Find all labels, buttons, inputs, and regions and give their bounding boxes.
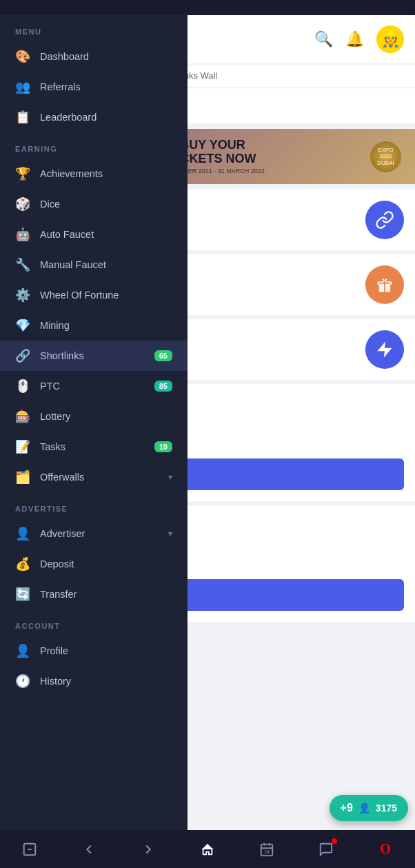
sidebar-item-label: Auto Faucet (40, 229, 172, 240)
floating-badge[interactable]: +9 👤 3175 (330, 795, 408, 821)
nav-opera[interactable]: O (370, 834, 401, 865)
floating-user-icon: 👤 (358, 803, 370, 814)
earning-section-label: EARNING (0, 132, 188, 159)
search-icon[interactable]: 🔍 (314, 30, 333, 48)
sidebar-item-label: Dashboard (40, 51, 172, 62)
sidebar-item-label: Achievements (40, 168, 172, 179)
sidebar-item-label: Shortlinks (40, 350, 145, 361)
avatar[interactable]: 👷 (376, 26, 404, 53)
sidebar-item-leaderboard[interactable]: 📋 Leaderboard (0, 102, 188, 132)
sidebar-item-ptc[interactable]: 🖱️ PTC 85 (0, 371, 188, 401)
sidebar-item-mining[interactable]: 💎 Mining (0, 310, 188, 341)
nav-chat[interactable] (311, 834, 341, 865)
sidebar-item-deposit[interactable]: 💰 Deposit (0, 549, 188, 579)
sidebar-item-dice[interactable]: 🎲 Dice (0, 189, 188, 219)
offerwalls-icon: 🗂️ (15, 470, 30, 485)
sidebar: MENU 🎨 Dashboard 👥 Referrals 📋 Leaderboa… (0, 15, 188, 830)
sidebar-item-label: Manual Faucet (40, 259, 172, 270)
shortlinks-badge: 65 (154, 350, 172, 361)
sidebar-item-label: Leaderboard (40, 112, 172, 123)
auto-faucet-icon: 🤖 (15, 227, 30, 242)
sidebar-item-label: Tasks (40, 441, 145, 452)
dice-icon: 🎲 (15, 196, 30, 212)
sidebar-item-profile[interactable]: 👤 Profile (0, 636, 188, 666)
sidebar-item-tasks[interactable]: 📝 Tasks 19 (0, 432, 188, 462)
header-icons: 🔍 🔔 👷 (314, 26, 404, 53)
top-bar (0, 0, 415, 15)
sidebar-item-dashboard[interactable]: 🎨 Dashboard (0, 41, 188, 72)
shortlink-gift-button[interactable] (365, 265, 404, 304)
sidebar-item-offerwalls[interactable]: 🗂️ Offerwalls ▾ (0, 462, 188, 492)
sidebar-item-transfer[interactable]: 🔄 Transfer (0, 579, 188, 609)
sidebar-item-label: Dice (40, 199, 172, 210)
floating-plus: +9 (341, 802, 353, 814)
wheel-icon: ⚙️ (15, 287, 30, 303)
shortlink-link-button[interactable] (365, 201, 404, 239)
mining-icon: 💎 (15, 318, 30, 333)
bell-icon[interactable]: 🔔 (345, 30, 364, 48)
sidebar-item-label: Wheel Of Fortune (40, 290, 172, 301)
menu-section-label: MENU (0, 15, 188, 41)
sidebar-item-label: Referrals (40, 81, 172, 92)
shortlink-bolt-button[interactable] (365, 330, 404, 369)
referrals-icon: 👥 (15, 79, 30, 94)
chevron-down-icon: ▾ (168, 472, 172, 482)
sidebar-item-label: Mining (40, 320, 172, 331)
sidebar-item-manual-faucet[interactable]: 🔧 Manual Faucet (0, 250, 188, 280)
ptc-badge: 85 (154, 381, 172, 392)
sidebar-item-label: Transfer (40, 589, 172, 600)
nav-back[interactable] (74, 834, 104, 865)
sidebar-item-referrals[interactable]: 👥 Referrals (0, 72, 188, 102)
ad-logo: EXPO2020DUBAI (370, 141, 401, 172)
nav-home[interactable] (192, 834, 223, 865)
sidebar-item-label: Lottery (40, 411, 172, 422)
svg-text:24: 24 (264, 849, 270, 854)
nav-forward[interactable] (133, 834, 163, 865)
sidebar-item-shortlinks[interactable]: 🔗 Shortlinks 65 (0, 341, 188, 371)
sidebar-item-label: Advertiser (40, 528, 159, 539)
chat-notification-dot (332, 838, 337, 844)
sidebar-item-label: Offerwalls (40, 472, 159, 483)
achievements-icon: 🏆 (15, 166, 30, 181)
profile-icon: 👤 (15, 643, 30, 658)
sidebar-item-achievements[interactable]: 🏆 Achievements (0, 159, 188, 189)
leaderboard-icon: 📋 (15, 110, 30, 125)
manual-faucet-icon: 🔧 (15, 257, 30, 272)
bottom-nav: 24 O (0, 830, 415, 868)
transfer-icon: 🔄 (15, 587, 30, 602)
dashboard-icon: 🎨 (15, 49, 30, 64)
sidebar-item-label: PTC (40, 381, 145, 392)
sidebar-item-auto-faucet[interactable]: 🤖 Auto Faucet (0, 219, 188, 250)
nav-calendar[interactable]: 24 (252, 834, 282, 865)
sidebar-item-advertiser[interactable]: 👤 Advertiser ▾ (0, 518, 188, 549)
ptc-icon: 🖱️ (15, 379, 30, 394)
tasks-icon: 📝 (15, 439, 30, 454)
deposit-icon: 💰 (15, 556, 30, 572)
sidebar-item-lottery[interactable]: 🎰 Lottery (0, 401, 188, 432)
sidebar-item-label: History (40, 676, 172, 687)
tasks-badge: 19 (154, 441, 172, 452)
history-icon: 🕐 (15, 674, 30, 689)
lottery-icon: 🎰 (15, 409, 30, 424)
advertiser-icon: 👤 (15, 526, 30, 541)
svg-marker-4 (378, 341, 392, 357)
advertise-section-label: ADVERTISE (0, 492, 188, 518)
sidebar-item-wheel-of-fortune[interactable]: ⚙️ Wheel Of Fortune (0, 280, 188, 310)
chevron-down-icon: ▾ (168, 529, 172, 538)
shortlinks-icon: 🔗 (15, 348, 30, 363)
floating-count: 3175 (376, 803, 397, 814)
sidebar-item-label: Deposit (40, 558, 172, 569)
sidebar-item-history[interactable]: 🕐 History (0, 666, 188, 696)
account-section-label: ACCOUNT (0, 609, 188, 636)
sidebar-item-label: Profile (40, 645, 172, 656)
nav-back-square[interactable] (14, 834, 45, 865)
